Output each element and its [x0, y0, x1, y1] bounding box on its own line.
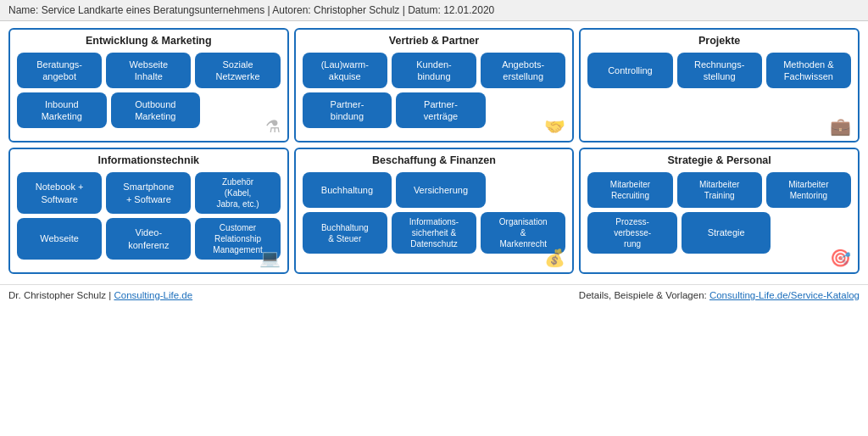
section-title-entwicklung: Entwicklung & Marketing — [17, 35, 281, 47]
card-videokonferenz[interactable]: Video-konferenz — [106, 218, 191, 260]
card-partnervertraege[interactable]: Partner-verträge — [396, 92, 486, 128]
card-methoden-fachwissen[interactable]: Methoden &Fachwissen — [766, 53, 851, 88]
briefcase-icon: 💼 — [830, 116, 851, 137]
projekte-row1: Controlling Rechnungs-stellung Methoden … — [587, 53, 851, 88]
header-text: Name: Service Landkarte eines Beratungsu… — [8, 4, 494, 16]
footer-author-plain: Dr. Christopher Schulz | — [8, 290, 114, 300]
card-notebook-software[interactable]: Notebook +Software — [17, 172, 102, 214]
card-webseite-inhalte[interactable]: WebseiteInhalte — [106, 53, 191, 88]
laptop-icon: 💻 — [259, 248, 281, 268]
footer-right: Details, Beispiele & Vorlagen: Consultin… — [579, 290, 860, 300]
footer-author-link[interactable]: Consulting-Life.de — [114, 290, 192, 300]
footer-catalog-link[interactable]: Consulting-Life.de/Service-Katalog — [709, 290, 860, 300]
section-title-it: Informationstechnik — [17, 154, 281, 166]
card-webseite[interactable]: Webseite — [17, 218, 102, 260]
card-rechnungsstellung[interactable]: Rechnungs-stellung — [677, 53, 762, 88]
handshake-icon: 🤝 — [544, 116, 565, 137]
section-title-strategie: Strategie & Personal — [587, 154, 851, 166]
it-row1: Notebook +Software Smartphone+ Software … — [17, 172, 281, 214]
entwicklung-row2: InboundMarketing OutboundMarketing — [17, 92, 281, 128]
card-soziale-netzwerke[interactable]: SozialeNetzwerke — [195, 53, 280, 88]
target-icon: 🎯 — [830, 248, 851, 268]
card-prozessverbesserung[interactable]: Prozess-verbesse-rung — [587, 212, 677, 254]
strategie-row1: MitarbeiterRecruiting MitarbeiterTrainin… — [587, 172, 851, 208]
section-title-projekte: Projekte — [587, 35, 851, 47]
card-inbound-marketing[interactable]: InboundMarketing — [17, 92, 107, 128]
card-mitarbeiter-training[interactable]: MitarbeiterTraining — [677, 172, 762, 208]
card-buchhaltung-steuer[interactable]: Buchhaltung& Steuer — [303, 212, 387, 254]
section-title-beschaffung: Beschaffung & Finanzen — [303, 154, 566, 166]
section-strategie: Strategie & Personal MitarbeiterRecruiti… — [579, 148, 860, 274]
beschaffung-row1: Buchhaltung Versicherung — [303, 172, 566, 208]
section-title-vertrieb: Vertrieb & Partner — [303, 35, 566, 47]
card-beratungsangebot[interactable]: Beratungs-angebot — [17, 53, 102, 88]
beschaffung-spacer — [490, 172, 566, 208]
vertrieb-row1: (Lau)warm-akquise Kunden-bindung Angebot… — [303, 53, 566, 88]
footer: Dr. Christopher Schulz | Consulting-Life… — [0, 284, 868, 305]
card-mitarbeiter-mentoring[interactable]: MitarbeiterMentoring — [766, 172, 851, 208]
card-smartphone-software[interactable]: Smartphone+ Software — [106, 172, 191, 214]
strategie-row2: Prozess-verbesse-rung Strategie — [587, 212, 851, 254]
card-angebotserstellung[interactable]: Angebots-erstellung — [481, 53, 565, 88]
it-row2: Webseite Video-konferenz CustomerRelatio… — [17, 218, 281, 260]
flask-icon: ⚗ — [265, 116, 281, 137]
section-vertrieb: Vertrieb & Partner (Lau)warm-akquise Kun… — [294, 28, 575, 143]
footer-details-plain: Details, Beispiele & Vorlagen: — [579, 290, 709, 300]
vertrieb-row2: Partner-bindung Partner-verträge — [303, 92, 566, 128]
card-zubehoer[interactable]: Zubehör(Kabel,Jabra, etc.) — [195, 172, 280, 214]
money-icon: 💰 — [544, 248, 565, 268]
card-outbound-marketing[interactable]: OutboundMarketing — [111, 92, 201, 128]
card-buchhaltung[interactable]: Buchhaltung — [303, 172, 392, 208]
header-bar: Name: Service Landkarte eines Beratungsu… — [0, 0, 868, 21]
card-strategie[interactable]: Strategie — [682, 212, 771, 254]
card-controlling[interactable]: Controlling — [587, 53, 672, 88]
section-it: Informationstechnik Notebook +Software S… — [8, 148, 289, 274]
card-partnerbindung[interactable]: Partner-bindung — [303, 92, 392, 128]
card-mitarbeiter-recruiting[interactable]: MitarbeiterRecruiting — [587, 172, 672, 208]
beschaffung-row2: Buchhaltung& Steuer Informations-sicherh… — [303, 212, 566, 254]
entwicklung-row1: Beratungs-angebot WebseiteInhalte Sozial… — [17, 53, 281, 88]
section-beschaffung: Beschaffung & Finanzen Buchhaltung Versi… — [294, 148, 575, 274]
card-kundenbindung[interactable]: Kunden-bindung — [392, 53, 476, 88]
section-entwicklung: Entwicklung & Marketing Beratungs-angebo… — [8, 28, 289, 143]
card-lauwarmaker[interactable]: (Lau)warm-akquise — [303, 53, 387, 88]
card-infosicherheit[interactable]: Informations-sicherheit &Datenschutz — [392, 212, 476, 254]
section-projekte: Projekte Controlling Rechnungs-stellung … — [579, 28, 860, 143]
footer-left: Dr. Christopher Schulz | Consulting-Life… — [8, 290, 192, 300]
card-versicherung[interactable]: Versicherung — [396, 172, 486, 208]
